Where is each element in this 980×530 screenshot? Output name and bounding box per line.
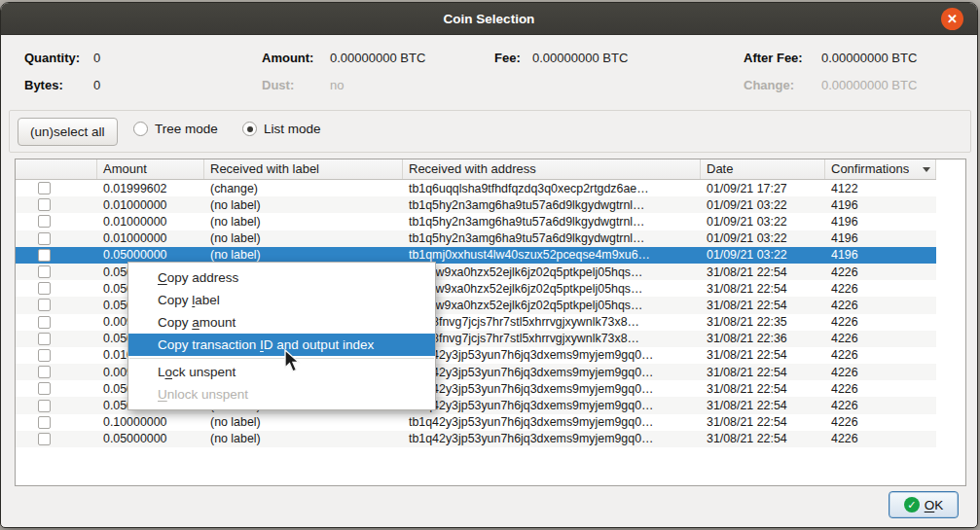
table-row[interactable]: 0.01000000(no label)tb1q5hy2n3amg6ha9tu5…: [16, 196, 936, 213]
menu-item-lock-unspent[interactable]: Lock unspent: [128, 361, 435, 383]
after-fee-value: 0.00000000 BTC: [821, 51, 917, 65]
tree-mode-label: Tree mode: [155, 122, 218, 136]
header-label[interactable]: Received with label: [204, 159, 403, 179]
cell-address: tb1qtw9xa0hzx52ejlk6jz02q5ptkpelj05hqs…: [403, 264, 701, 280]
menu-item-copy-label[interactable]: Copy label: [128, 289, 435, 311]
list-mode-radio[interactable]: List mode: [242, 122, 321, 136]
cell-address: tb1q42y3jp53yun7h6jq3dxems9myjem9gq0…: [403, 380, 701, 397]
amount-value: 0.00000000 BTC: [330, 51, 425, 65]
row-checkbox[interactable]: [38, 299, 51, 311]
cell-confirmations: 4196: [825, 247, 936, 264]
cell-date: 01/09/21 17:27: [701, 180, 825, 196]
cell-confirmations: 4226: [825, 280, 936, 297]
cell-confirmations: 4196: [825, 213, 936, 230]
row-checkbox[interactable]: [38, 198, 51, 211]
row-checkbox[interactable]: [38, 215, 51, 228]
cell-amount: 0.01000000: [97, 230, 204, 247]
row-checkbox[interactable]: [38, 366, 51, 378]
table-row[interactable]: 0.01999602(change)tb1q6uqqlsha9tfhdfqzdq…: [16, 180, 936, 196]
dust-label: Dust:: [262, 78, 294, 92]
cell-confirmations: 4226: [825, 264, 936, 280]
table-row[interactable]: 0.10000000(no label)tb1q42y3jp53yun7h6jq…: [16, 414, 936, 431]
after-fee-label: After Fee:: [744, 51, 803, 65]
cell-address: tb1q42y3jp53yun7h6jq3dxems9myjem9gq0…: [403, 397, 701, 413]
dust-value: no: [330, 78, 344, 92]
row-checkbox-cell: [16, 364, 97, 380]
tree-mode-radio[interactable]: Tree mode: [133, 122, 218, 136]
row-checkbox[interactable]: [38, 400, 51, 412]
row-checkbox-cell: [16, 213, 97, 230]
cell-date: 31/08/21 22:54: [701, 280, 825, 297]
header-amount[interactable]: Amount: [97, 159, 204, 179]
row-checkbox[interactable]: [38, 433, 51, 445]
quantity-label: Quantity:: [24, 51, 80, 65]
titlebar[interactable]: Coin Selection ✕: [1, 3, 977, 35]
cell-confirmations: 4226: [825, 397, 936, 413]
unselect-all-button[interactable]: (un)select all: [18, 118, 118, 146]
row-checkbox[interactable]: [38, 333, 51, 345]
cell-date: 31/08/21 22:54: [701, 297, 825, 313]
cell-address: tb1q42y3jp53yun7h6jq3dxems9myjem9gq0…: [403, 431, 701, 447]
table-row[interactable]: 0.01000000(no label)tb1q5hy2n3amg6ha9tu5…: [16, 230, 936, 247]
cell-label: (no label): [204, 196, 403, 213]
header-date[interactable]: Date: [701, 159, 825, 179]
cell-label: (no label): [204, 414, 403, 431]
row-checkbox[interactable]: [38, 249, 51, 262]
ok-button[interactable]: ✓ OK: [889, 491, 959, 518]
header-address[interactable]: Received with address: [403, 159, 701, 179]
ok-label: OK: [925, 498, 944, 512]
row-checkbox-cell: [16, 397, 97, 413]
coin-selection-dialog: Coin Selection ✕ Quantity: 0 Amount: 0.0…: [0, 2, 978, 528]
cell-address: tb1q5hy2n3amg6ha9tu57a6d9lkgydwgtrnl…: [403, 196, 701, 213]
cell-date: 31/08/21 22:54: [701, 414, 825, 431]
cell-date: 31/08/21 22:54: [701, 431, 825, 447]
table-row[interactable]: 0.05000000(no label)tb1q42y3jp53yun7h6jq…: [16, 431, 936, 447]
cell-date: 31/08/21 22:54: [701, 347, 825, 364]
row-checkbox-cell: [16, 380, 97, 397]
cell-amount: 0.05000000: [97, 431, 204, 447]
cell-confirmations: 4226: [825, 380, 936, 397]
row-checkbox-cell: [16, 297, 97, 313]
header-confirmations[interactable]: Confirmations: [825, 159, 936, 179]
row-checkbox[interactable]: [38, 382, 51, 395]
table-header: Amount Received with label Received with…: [16, 159, 936, 180]
row-checkbox-cell: [16, 414, 97, 431]
cell-confirmations: 4226: [825, 331, 936, 347]
desktop: { "window": { "title": "Coin Selection",…: [0, 0, 980, 530]
row-checkbox-cell: [16, 431, 97, 447]
radio-selected-icon[interactable]: [242, 122, 257, 136]
row-checkbox[interactable]: [38, 232, 51, 245]
row-checkbox[interactable]: [38, 416, 51, 429]
row-checkbox[interactable]: [38, 316, 51, 329]
cell-amount: 0.01000000: [97, 196, 204, 213]
cell-confirmations: 4122: [825, 180, 936, 196]
cell-confirmations: 4226: [825, 364, 936, 380]
row-checkbox[interactable]: [38, 282, 51, 295]
cell-confirmations: 4226: [825, 347, 936, 364]
menu-item-copy-address[interactable]: Copy address: [128, 266, 435, 289]
row-checkbox-cell: [16, 264, 97, 280]
row-checkbox[interactable]: [38, 265, 51, 278]
row-checkbox[interactable]: [38, 349, 51, 362]
cell-date: 01/09/21 03:22: [701, 247, 825, 264]
row-checkbox-cell: [16, 314, 97, 331]
cell-date: 31/08/21 22:54: [701, 380, 825, 397]
header-checkbox[interactable]: [16, 159, 97, 179]
cell-confirmations: 4226: [825, 431, 936, 447]
mouse-cursor: [284, 349, 304, 374]
radio-unselected-icon[interactable]: [133, 122, 148, 136]
cell-address: tb1q8fnvg7jcjs7hr7stl5xhrrvgjxywnlk73x8…: [403, 314, 701, 331]
cell-date: 01/09/21 03:22: [701, 230, 825, 247]
cell-date: 31/08/21 22:35: [701, 314, 825, 331]
menu-item-copy-transaction-id-and-output-index[interactable]: Copy transaction ID and output index: [128, 334, 435, 356]
menu-item-copy-amount[interactable]: Copy amount: [128, 311, 435, 334]
table-row[interactable]: 0.01000000(no label)tb1q5hy2n3amg6ha9tu5…: [16, 213, 936, 230]
cell-date: 31/08/21 22:36: [701, 331, 825, 347]
context-menu: Copy addressCopy labelCopy amountCopy tr…: [127, 262, 436, 410]
close-button[interactable]: ✕: [941, 8, 963, 30]
row-checkbox[interactable]: [38, 182, 51, 194]
bytes-label: Bytes:: [24, 78, 63, 92]
cell-confirmations: 4196: [825, 196, 936, 213]
mode-toolbar: (un)select all Tree mode List mode: [9, 110, 971, 153]
cell-date: 01/09/21 03:22: [701, 213, 825, 230]
